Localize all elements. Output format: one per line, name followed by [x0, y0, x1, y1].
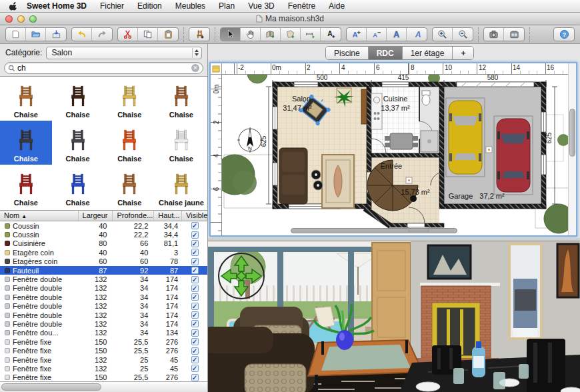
furniture-item[interactable]: Chaise [103, 77, 155, 121]
cut-button[interactable] [118, 28, 138, 41]
level-tab[interactable]: + [453, 47, 473, 59]
plan-canvas[interactable]: N [222, 75, 568, 235]
furniture-item[interactable]: Chaise [0, 77, 52, 121]
italic-button[interactable]: A [407, 28, 427, 41]
table-row[interactable]: Fenêtre double 132 34 174 ✓ [0, 284, 207, 293]
3d-nav-control[interactable] [219, 253, 264, 299]
catalog-horizontal-scrollbar[interactable] [0, 381, 207, 392]
bookshelf[interactable] [361, 89, 367, 124]
visible-checkbox[interactable]: ✓ [191, 311, 199, 319]
red-car[interactable] [497, 119, 530, 192]
visible-checkbox[interactable]: ✓ [191, 347, 199, 355]
visible-checkbox[interactable]: ✓ [191, 338, 199, 345]
help-button[interactable]: ? [554, 28, 574, 41]
table-row[interactable]: Fenêtre double 132 34 174 ✓ [0, 293, 207, 301]
apple-menu[interactable] [7, 1, 20, 11]
bold-button[interactable]: A [387, 28, 407, 41]
column-header-largeur[interactable]: Largeur [79, 211, 113, 221]
visible-checkbox[interactable]: ✓ [191, 231, 199, 239]
table-row[interactable]: Fenêtre fixe 132 25 45 ✓ [0, 355, 207, 364]
visible-checkbox[interactable]: ✓ [191, 222, 199, 229]
table-row[interactable]: Fenêtre fixe 132 25 45 ✓ [0, 364, 207, 373]
furniture-item[interactable]: Chaise [155, 121, 207, 165]
redo-button[interactable] [92, 28, 112, 41]
visible-checkbox[interactable]: ✓ [191, 329, 199, 337]
zoom-out-button[interactable] [453, 28, 473, 41]
copy-button[interactable] [138, 28, 158, 41]
rug[interactable] [322, 155, 354, 208]
scrollbar-thumb[interactable] [1, 383, 101, 391]
table-row[interactable]: Coussin 40 22,2 34,4 ✓ [0, 230, 207, 239]
create-rooms-button[interactable] [281, 28, 301, 41]
visible-checkbox[interactable]: ✓ [191, 276, 199, 283]
column-header-profondeur[interactable]: Profonde... [113, 211, 154, 221]
furniture-item[interactable]: Chaise [52, 121, 104, 165]
sofa[interactable] [279, 148, 307, 204]
menu-item[interactable]: Plan [212, 0, 241, 12]
table-row[interactable]: Coussin 40 22,2 34,4 ✓ [0, 221, 207, 230]
table-row[interactable]: Etagère coin 40 40 3 ✓ [0, 248, 207, 257]
new-document-button[interactable] [6, 28, 26, 41]
level-tab[interactable]: 1er étage [403, 47, 453, 59]
furniture-item[interactable]: Chaise [52, 77, 104, 121]
visible-checkbox[interactable]: ✓ [191, 320, 199, 327]
visible-checkbox[interactable]: ✓ [191, 258, 199, 265]
visible-checkbox[interactable]: ✓ [191, 285, 199, 292]
select-tool-button[interactable] [221, 28, 241, 41]
table-row[interactable]: Fenêtre fixe 150 25,5 276 ✓ [0, 346, 207, 355]
add-furniture-button[interactable] [189, 28, 209, 41]
column-header-visible[interactable]: Visible [182, 211, 207, 221]
menu-item[interactable]: Fichier [93, 0, 131, 12]
add-text-button[interactable]: A [321, 28, 341, 41]
zoom-in-button[interactable] [433, 28, 453, 41]
table-row[interactable]: Fenêtre double 132 34 174 ✓ [0, 275, 207, 283]
column-header-nom[interactable]: Nom ▲ [0, 211, 79, 221]
pan-tool-button[interactable] [241, 28, 261, 41]
plan-vertical-scrollbar[interactable] [568, 63, 576, 235]
visible-checkbox[interactable]: ✓ [191, 293, 199, 301]
table-row[interactable]: Fenêtre double 132 34 174 ✓ [0, 311, 207, 319]
create-dimensions-button[interactable] [301, 28, 321, 41]
category-select[interactable]: Salon [46, 47, 202, 59]
undo-button[interactable] [72, 28, 92, 41]
table-row[interactable]: Etagères coin 60 60 78 ✓ [0, 257, 207, 266]
create-video-button[interactable] [504, 28, 524, 41]
table-row[interactable]: Fenêtre dou... 132 34 134 ✓ [0, 329, 207, 337]
furniture-item[interactable]: Chaise [0, 121, 52, 165]
create-photo-button[interactable] [484, 28, 504, 41]
menu-item[interactable]: Sweet Home 3D [20, 0, 93, 12]
table-row[interactable]: Fenêtre fixe 150 25,5 276 ✓ [0, 373, 207, 381]
visible-checkbox[interactable]: ✓ [191, 303, 199, 310]
furniture-item[interactable]: Chaise [103, 165, 155, 209]
visible-checkbox[interactable]: ✓ [191, 374, 199, 381]
visible-checkbox[interactable]: ✓ [191, 249, 199, 256]
furniture-item[interactable]: Chaise [103, 121, 155, 165]
table-row[interactable]: Cuisinière 80 66 81,1 ✓ [0, 239, 207, 248]
visible-checkbox[interactable]: ✓ [191, 267, 199, 274]
visible-checkbox[interactable]: ✓ [191, 365, 199, 372]
table-row[interactable]: Fenêtre fixe 150 25,5 276 ✓ [0, 337, 207, 346]
save-button[interactable] [46, 28, 66, 41]
menu-item[interactable]: Fenêtre [281, 0, 322, 12]
menu-item[interactable]: Meubles [169, 0, 212, 12]
menu-item[interactable]: Edition [131, 0, 169, 12]
level-tab[interactable]: Piscine [326, 47, 369, 59]
visible-checkbox[interactable]: ✓ [191, 240, 199, 247]
furniture-item[interactable]: Chaise [52, 165, 104, 209]
furniture-item[interactable]: Chaise [155, 77, 207, 121]
scrollbar-thumb[interactable] [569, 109, 575, 157]
decrease-text-size-button[interactable]: A [367, 28, 387, 41]
table-row[interactable]: Fenêtre double 132 34 174 ✓ [0, 302, 207, 311]
menu-item[interactable]: Aide [322, 0, 351, 12]
table-row[interactable]: Fauteuil 87 92 87 ✓ [0, 266, 207, 275]
furniture-item[interactable]: Chaise [0, 165, 52, 209]
increase-text-size-button[interactable]: A [347, 28, 367, 41]
clear-search-icon[interactable]: ✕ [191, 64, 199, 72]
plan-horizontal-scroll-thumb[interactable] [291, 228, 457, 233]
create-walls-button[interactable] [261, 28, 281, 41]
menu-item[interactable]: Vue 3D [241, 0, 281, 12]
open-button[interactable] [26, 28, 46, 41]
table-row[interactable]: Fenêtre double 132 34 174 ✓ [0, 319, 207, 328]
3d-canvas[interactable] [208, 241, 580, 392]
visible-checkbox[interactable]: ✓ [191, 356, 199, 363]
